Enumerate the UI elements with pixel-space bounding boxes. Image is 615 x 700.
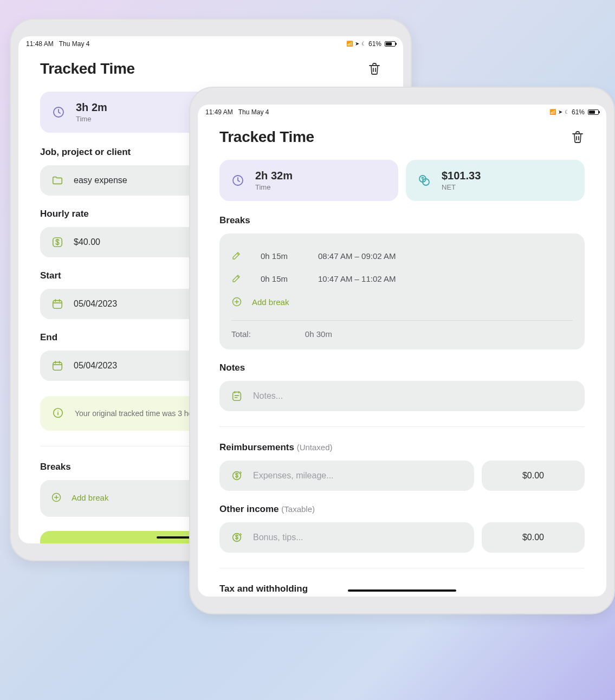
other-income-placeholder: Bonus, tips... — [253, 533, 303, 542]
svg-rect-3 — [53, 362, 62, 371]
delete-button[interactable] — [367, 62, 381, 76]
calendar-icon — [51, 359, 64, 372]
trash-icon — [368, 62, 380, 75]
status-battery-pct: 61% — [572, 108, 585, 116]
status-time: 11:48 AM — [26, 40, 54, 48]
summary-time-value: 3h 2m — [76, 101, 107, 114]
folder-icon — [51, 174, 64, 187]
reimbursements-amount[interactable]: $0.00 — [482, 461, 585, 491]
status-battery-pct: 61% — [368, 40, 381, 48]
home-indicator[interactable] — [348, 589, 456, 592]
reimbursements-field[interactable]: Expenses, mileage... — [219, 461, 474, 491]
notes-placeholder: Notes... — [253, 391, 283, 401]
other-income-field[interactable]: Bonus, tips... — [219, 522, 474, 553]
add-break-link[interactable]: Add break — [231, 290, 573, 309]
reimbursements-label: Reimbursements (Untaxed) — [219, 442, 585, 453]
status-bar: 11:49 AM Thu May 4 📶 ➤ ☾ 61% — [198, 105, 606, 118]
location-icon: ➤ — [355, 41, 359, 47]
info-icon — [52, 407, 65, 420]
edit-icon[interactable] — [231, 251, 241, 261]
break-duration: 0h 15m — [261, 274, 299, 283]
breaks-total: Total: 0h 30m — [231, 327, 573, 339]
summary-time-sub: Time — [76, 115, 107, 123]
calendar-icon — [51, 297, 64, 310]
status-date: Thu May 4 — [59, 40, 90, 48]
wifi-icon: 📶 — [346, 41, 353, 47]
start-value: 05/04/2023 — [74, 299, 117, 309]
do-not-disturb-icon: ☾ — [361, 41, 366, 47]
job-value: easy expense — [74, 176, 127, 185]
status-time: 11:49 AM — [205, 108, 233, 116]
summary-time-value: 2h 32m — [255, 170, 293, 182]
svg-rect-10 — [233, 392, 241, 401]
total-value: 0h 30m — [305, 329, 332, 339]
money-in-icon — [230, 531, 243, 544]
add-break-label: Add break — [252, 297, 289, 307]
break-row[interactable]: 0h 15m 10:47 AM – 11:02 AM — [231, 267, 573, 290]
notes-icon — [230, 390, 243, 403]
break-range: 08:47 AM – 09:02 AM — [318, 251, 573, 261]
notes-label: Notes — [219, 362, 585, 373]
screen-front: 11:49 AM Thu May 4 📶 ➤ ☾ 61% Tracked Tim… — [198, 105, 606, 597]
other-income-label: Other income (Taxable) — [219, 504, 585, 515]
summary-net-sub: NET — [442, 183, 481, 191]
wifi-icon: 📶 — [549, 109, 556, 115]
plus-circle-icon — [231, 296, 242, 307]
other-income-amount[interactable]: $0.00 — [482, 522, 585, 553]
reimbursements-placeholder: Expenses, mileage... — [253, 471, 334, 481]
end-value: 05/04/2023 — [74, 361, 117, 371]
breaks-label: Breaks — [219, 215, 585, 226]
trash-icon — [572, 131, 584, 144]
clock-icon — [51, 105, 66, 120]
battery-icon — [385, 41, 396, 47]
svg-rect-2 — [53, 301, 62, 309]
add-break-label: Add break — [72, 493, 108, 502]
break-range: 10:47 AM – 11:02 AM — [318, 274, 573, 283]
delete-button[interactable] — [571, 130, 585, 144]
page-title: Tracked Time — [40, 60, 135, 77]
clock-icon — [230, 173, 245, 188]
page-title: Tracked Time — [219, 128, 314, 146]
notes-field[interactable]: Notes... — [219, 381, 585, 411]
battery-icon — [588, 109, 599, 115]
edit-icon[interactable] — [231, 274, 241, 283]
tablet-front: 11:49 AM Thu May 4 📶 ➤ ☾ 61% Tracked Tim… — [189, 87, 615, 614]
break-row[interactable]: 0h 15m 08:47 AM – 09:02 AM — [231, 244, 573, 267]
summary-time-card[interactable]: 2h 32m Time — [219, 160, 398, 201]
money-back-icon — [230, 469, 243, 482]
summary-net-value: $101.33 — [442, 170, 481, 182]
status-date: Thu May 4 — [238, 108, 269, 116]
tax-label: Tax and withholding — [219, 584, 585, 594]
status-bar: 11:48 AM Thu May 4 📶 ➤ ☾ 61% — [18, 36, 403, 49]
total-label: Total: — [231, 329, 251, 339]
breaks-box: 0h 15m 08:47 AM – 09:02 AM 0h 15m 10:47 … — [219, 234, 585, 349]
location-icon: ➤ — [558, 109, 562, 115]
dollar-icon — [51, 236, 64, 249]
coins-icon — [417, 173, 432, 188]
summary-net-card[interactable]: $101.33 NET — [406, 160, 585, 201]
summary-time-sub: Time — [255, 183, 293, 191]
break-duration: 0h 15m — [261, 251, 299, 261]
rate-value: $40.00 — [74, 237, 100, 247]
do-not-disturb-icon: ☾ — [565, 109, 569, 115]
plus-circle-icon — [51, 492, 62, 503]
